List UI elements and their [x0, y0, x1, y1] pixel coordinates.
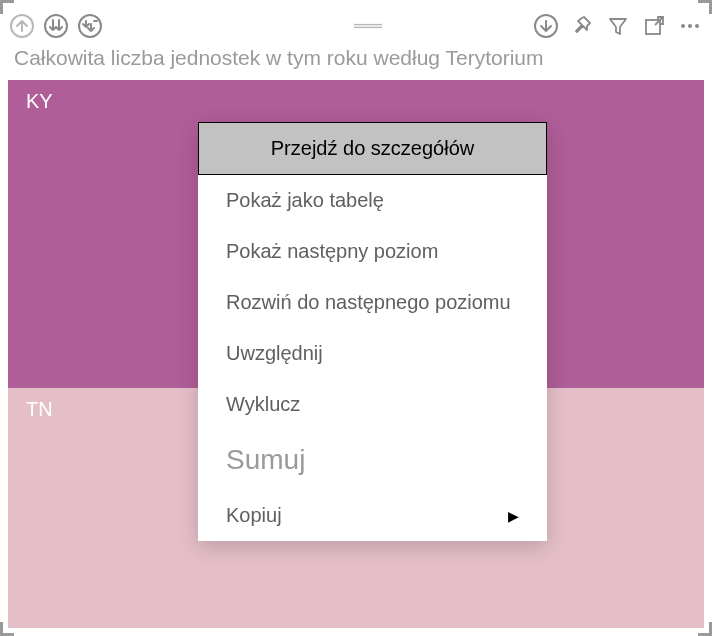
submenu-arrow-icon: ▶: [508, 508, 519, 524]
context-menu-copy-label: Kopiuj: [226, 504, 282, 527]
context-menu-show-next-level[interactable]: Pokaż następny poziom: [198, 226, 547, 277]
filter-icon[interactable]: [604, 12, 632, 40]
context-menu-show-as-table[interactable]: Pokaż jako tabelę: [198, 175, 547, 226]
context-menu-drill-through[interactable]: Przejdź do szczegółów: [198, 122, 547, 175]
drill-mode-icon[interactable]: [532, 12, 560, 40]
visual-toolbar: [8, 6, 704, 46]
context-menu-summarize[interactable]: Sumuj: [198, 430, 547, 490]
more-options-icon[interactable]: [676, 12, 704, 40]
focus-mode-icon[interactable]: [640, 12, 668, 40]
svg-point-8: [688, 24, 692, 28]
svg-point-1: [45, 15, 67, 37]
pin-icon[interactable]: [568, 12, 596, 40]
context-menu-expand-next-level[interactable]: Rozwiń do następnego poziomu: [198, 277, 547, 328]
context-menu-exclude[interactable]: Wyklucz: [198, 379, 547, 430]
context-menu-include[interactable]: Uwzględnij: [198, 328, 547, 379]
context-menu: Przejdź do szczegółów Pokaż jako tabelę …: [198, 122, 547, 541]
visual-title: Całkowita liczba jednostek w tym roku we…: [14, 46, 698, 70]
segment-label: TN: [26, 398, 53, 421]
expand-next-level-icon[interactable]: [76, 12, 104, 40]
drill-up-icon[interactable]: [8, 12, 36, 40]
svg-point-7: [681, 24, 685, 28]
segment-label: KY: [26, 90, 53, 113]
context-menu-copy[interactable]: Kopiuj ▶: [198, 490, 547, 541]
svg-point-9: [695, 24, 699, 28]
drag-handle-icon[interactable]: [354, 12, 382, 40]
drill-down-all-icon[interactable]: [42, 12, 70, 40]
